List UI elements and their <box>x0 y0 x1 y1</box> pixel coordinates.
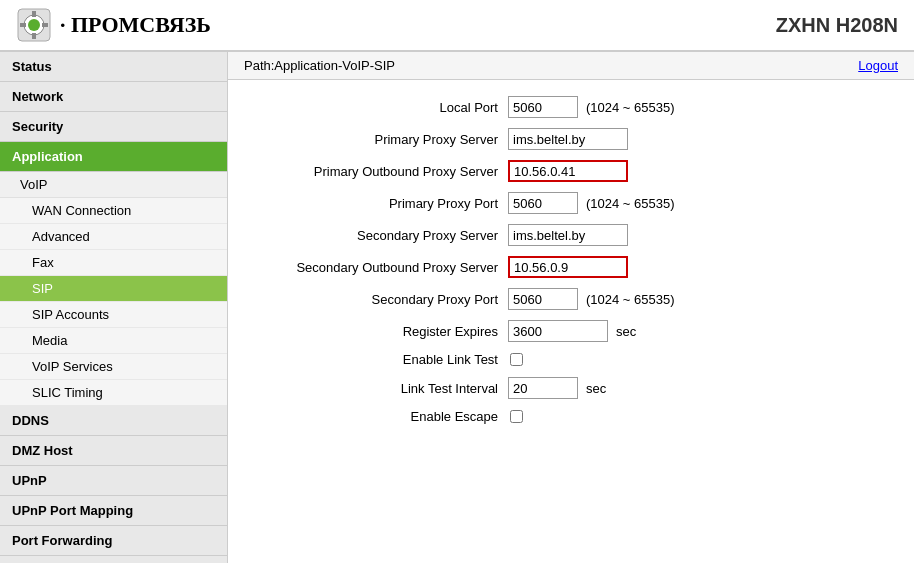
register-expires-hint: sec <box>616 324 636 339</box>
link-test-interval-row: Link Test Interval sec <box>248 377 894 399</box>
primary-outbound-proxy-server-row: Primary Outbound Proxy Server <box>248 160 894 182</box>
path-bar: Path:Application-VoIP-SIP Logout <box>228 52 914 80</box>
primary-proxy-server-row: Primary Proxy Server <box>248 128 894 150</box>
primary-outbound-proxy-server-input[interactable] <box>508 160 628 182</box>
logo-text: · ПРОМСВЯЗЬ <box>60 12 211 38</box>
sidebar-item-port-forwarding[interactable]: Port Forwarding <box>0 526 227 556</box>
primary-proxy-port-input[interactable] <box>508 192 578 214</box>
svg-rect-6 <box>32 33 36 39</box>
primary-proxy-port-label: Primary Proxy Port <box>248 196 508 211</box>
form-area: Local Port (1024 ~ 65535) Primary Proxy … <box>228 80 914 450</box>
local-port-input[interactable] <box>508 96 578 118</box>
svg-rect-3 <box>32 11 36 17</box>
main-content: Path:Application-VoIP-SIP Logout Local P… <box>228 52 914 563</box>
sidebar-item-application[interactable]: Application <box>0 142 227 172</box>
sidebar-item-fax[interactable]: Fax <box>0 250 227 276</box>
secondary-proxy-server-label: Secondary Proxy Server <box>248 228 508 243</box>
breadcrumb: Path:Application-VoIP-SIP <box>244 58 395 73</box>
primary-outbound-proxy-server-label: Primary Outbound Proxy Server <box>248 164 508 179</box>
enable-escape-checkbox[interactable] <box>510 410 523 423</box>
register-expires-label: Register Expires <box>248 324 508 339</box>
svg-point-2 <box>28 19 40 31</box>
sidebar-item-dmz-host[interactable]: DMZ Host <box>0 436 227 466</box>
register-expires-row: Register Expires sec <box>248 320 894 342</box>
logo: · ПРОМСВЯЗЬ <box>16 7 211 43</box>
sidebar-item-network[interactable]: Network <box>0 82 227 112</box>
local-port-row: Local Port (1024 ~ 65535) <box>248 96 894 118</box>
sidebar-item-security[interactable]: Security <box>0 112 227 142</box>
sidebar-item-status[interactable]: Status <box>0 52 227 82</box>
link-test-interval-hint: sec <box>586 381 606 396</box>
product-name: ZXHN H208N <box>776 14 898 37</box>
secondary-proxy-server-input[interactable] <box>508 224 628 246</box>
secondary-outbound-proxy-server-input[interactable] <box>508 256 628 278</box>
local-port-hint: (1024 ~ 65535) <box>586 100 675 115</box>
header: · ПРОМСВЯЗЬ ZXHN H208N <box>0 0 914 52</box>
link-test-interval-label: Link Test Interval <box>248 381 508 396</box>
enable-link-test-row: Enable Link Test <box>248 352 894 367</box>
sidebar-item-voip[interactable]: VoIP <box>0 172 227 198</box>
sidebar-item-upnp[interactable]: UPnP <box>0 466 227 496</box>
sidebar-item-sip-accounts[interactable]: SIP Accounts <box>0 302 227 328</box>
svg-rect-5 <box>42 23 48 27</box>
sidebar-item-sip[interactable]: SIP <box>0 276 227 302</box>
enable-link-test-checkbox[interactable] <box>510 353 523 366</box>
sidebar: Status Network Security Application VoIP… <box>0 52 228 563</box>
enable-escape-label: Enable Escape <box>248 409 508 424</box>
secondary-proxy-port-label: Secondary Proxy Port <box>248 292 508 307</box>
svg-rect-4 <box>20 23 26 27</box>
register-expires-input[interactable] <box>508 320 608 342</box>
sidebar-item-slic-timing[interactable]: SLIC Timing <box>0 380 227 406</box>
enable-escape-row: Enable Escape <box>248 409 894 424</box>
logout-link[interactable]: Logout <box>858 58 898 73</box>
sidebar-item-voip-services[interactable]: VoIP Services <box>0 354 227 380</box>
local-port-label: Local Port <box>248 100 508 115</box>
sidebar-item-ddns[interactable]: DDNS <box>0 406 227 436</box>
logo-icon <box>16 7 52 43</box>
primary-proxy-port-hint: (1024 ~ 65535) <box>586 196 675 211</box>
enable-link-test-label: Enable Link Test <box>248 352 508 367</box>
secondary-proxy-port-input[interactable] <box>508 288 578 310</box>
sidebar-item-wan-connection[interactable]: WAN Connection <box>0 198 227 224</box>
sidebar-item-upnp-port-mapping[interactable]: UPnP Port Mapping <box>0 496 227 526</box>
sidebar-item-media[interactable]: Media <box>0 328 227 354</box>
secondary-proxy-port-row: Secondary Proxy Port (1024 ~ 65535) <box>248 288 894 310</box>
sidebar-item-dns-service[interactable]: DNS Service <box>0 556 227 563</box>
primary-proxy-server-label: Primary Proxy Server <box>248 132 508 147</box>
secondary-proxy-server-row: Secondary Proxy Server <box>248 224 894 246</box>
secondary-outbound-proxy-server-row: Secondary Outbound Proxy Server <box>248 256 894 278</box>
secondary-outbound-proxy-server-label: Secondary Outbound Proxy Server <box>248 260 508 275</box>
sidebar-item-advanced[interactable]: Advanced <box>0 224 227 250</box>
link-test-interval-input[interactable] <box>508 377 578 399</box>
primary-proxy-server-input[interactable] <box>508 128 628 150</box>
secondary-proxy-port-hint: (1024 ~ 65535) <box>586 292 675 307</box>
primary-proxy-port-row: Primary Proxy Port (1024 ~ 65535) <box>248 192 894 214</box>
layout: Status Network Security Application VoIP… <box>0 52 914 563</box>
